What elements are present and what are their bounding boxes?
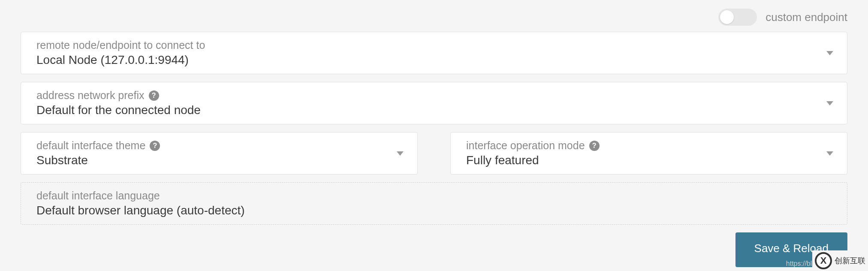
prefix-value: Default for the connected node	[36, 103, 832, 117]
language-label: default interface language	[36, 190, 832, 202]
help-icon[interactable]: ?	[149, 90, 159, 101]
help-icon[interactable]: ?	[150, 141, 160, 151]
language-field: default interface language Default brows…	[21, 182, 847, 225]
mode-label-text: interface operation mode	[466, 139, 585, 152]
brand-text: 创新互联	[835, 256, 865, 266]
brand-mark-icon: X	[815, 252, 832, 269]
prefix-label-text: address network prefix	[36, 89, 145, 102]
chevron-down-icon	[826, 101, 833, 105]
custom-endpoint-row: custom endpoint	[21, 0, 847, 32]
theme-label-text: default interface theme	[36, 139, 145, 152]
brand-badge: X 创新互联	[812, 250, 868, 271]
toggle-knob	[720, 10, 734, 24]
endpoint-label: remote node/endpoint to connect to	[36, 39, 832, 51]
prefix-select[interactable]: address network prefix ? Default for the…	[21, 82, 847, 124]
custom-endpoint-label: custom endpoint	[766, 11, 847, 24]
theme-select[interactable]: default interface theme ? Substrate	[21, 132, 418, 175]
chevron-down-icon	[397, 151, 404, 156]
theme-value: Substrate	[36, 154, 402, 167]
chevron-down-icon	[826, 151, 833, 156]
endpoint-select[interactable]: remote node/endpoint to connect to Local…	[21, 32, 847, 74]
mode-label: interface operation mode ?	[466, 139, 832, 152]
mode-value: Fully featured	[466, 154, 832, 167]
mode-select[interactable]: interface operation mode ? Fully feature…	[450, 132, 847, 175]
endpoint-value: Local Node (127.0.0.1:9944)	[36, 53, 832, 67]
language-value: Default browser language (auto-detect)	[36, 204, 832, 217]
chevron-down-icon	[826, 51, 833, 55]
custom-endpoint-toggle[interactable]	[718, 9, 757, 26]
theme-label: default interface theme ?	[36, 139, 402, 152]
help-icon[interactable]: ?	[589, 141, 600, 151]
prefix-label: address network prefix ?	[36, 89, 832, 102]
